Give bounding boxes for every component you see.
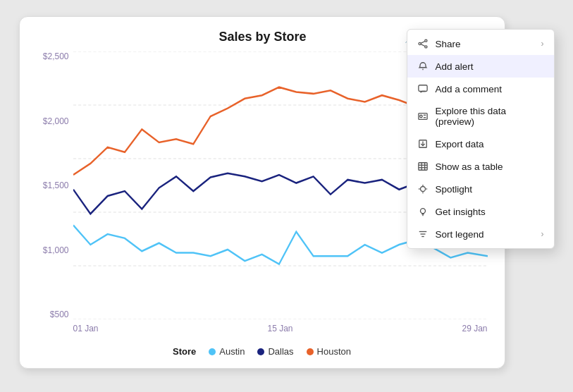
- menu-insights-label: Get insights: [436, 207, 486, 217]
- spotlight-icon: [417, 183, 429, 195]
- share-icon: [417, 38, 429, 49]
- menu-item-explore-data[interactable]: Explore this data (preview): [407, 100, 554, 133]
- svg-point-7: [419, 42, 421, 44]
- svg-point-24: [420, 187, 425, 192]
- svg-point-14: [419, 115, 422, 118]
- table-icon: [417, 161, 429, 172]
- austin-dot: [209, 348, 216, 355]
- menu-export-label: Export data: [436, 139, 484, 149]
- y-label-1500: $1,500: [43, 180, 69, 190]
- svg-point-6: [424, 39, 426, 42]
- svg-line-10: [421, 44, 425, 47]
- legend-dallas-label: Dallas: [268, 346, 293, 357]
- menu-item-show-table[interactable]: Show as a table: [407, 155, 554, 178]
- explore-icon: [417, 111, 429, 122]
- svg-rect-12: [418, 85, 426, 92]
- menu-show-table-label: Show as a table: [436, 161, 503, 172]
- sort-legend-chevron: ›: [541, 229, 544, 239]
- svg-rect-19: [418, 163, 426, 171]
- y-label-1000: $1,000: [43, 245, 69, 255]
- add-alert-icon: [417, 61, 429, 72]
- y-label-2000: $2,000: [43, 116, 69, 126]
- y-label-500: $500: [50, 310, 69, 319]
- menu-item-export-data[interactable]: Export data: [407, 133, 554, 155]
- houston-dot: [307, 348, 314, 355]
- svg-point-8: [424, 46, 426, 48]
- legend-dallas: Dallas: [257, 346, 293, 357]
- svg-point-29: [420, 209, 425, 214]
- menu-spotlight-label: Spotlight: [436, 184, 473, 195]
- export-icon: [417, 138, 429, 149]
- share-chevron: ›: [541, 39, 544, 49]
- dallas-dot: [257, 348, 264, 355]
- x-label-01jan: 01 Jan: [73, 324, 99, 333]
- legend-store-label: Store: [173, 346, 196, 357]
- x-label-29jan: 29 Jan: [462, 324, 487, 333]
- menu-sort-legend-label: Sort legend: [436, 229, 484, 240]
- menu-item-add-comment[interactable]: Add a comment: [407, 78, 554, 100]
- menu-item-spotlight[interactable]: Spotlight: [407, 178, 554, 200]
- chart-legend: Store Austin Dallas Houston: [37, 346, 488, 357]
- menu-add-alert-label: Add alert: [436, 61, 474, 72]
- menu-item-sort-legend[interactable]: Sort legend ›: [407, 223, 554, 245]
- legend-houston: Houston: [307, 346, 351, 357]
- menu-item-share[interactable]: Share ›: [407, 32, 554, 55]
- x-label-15jan: 15 Jan: [267, 324, 292, 333]
- context-menu: Share › Add alert Add a comment: [407, 29, 555, 249]
- menu-add-comment-label: Add a comment: [436, 84, 503, 94]
- comment-icon: [417, 83, 429, 94]
- chart-title: Sales by Store: [121, 30, 405, 44]
- menu-share-label: Share: [436, 39, 461, 49]
- sort-icon: [417, 228, 429, 240]
- x-axis: 01 Jan 15 Jan 29 Jan: [73, 321, 488, 341]
- y-axis: $2,500 $2,000 $1,500 $1,000 $500: [37, 51, 73, 319]
- legend-houston-label: Houston: [317, 346, 351, 357]
- y-label-2500: $2,500: [43, 51, 69, 61]
- legend-austin: Austin: [209, 346, 245, 357]
- svg-line-9: [421, 42, 425, 44]
- legend-austin-label: Austin: [219, 346, 245, 357]
- menu-item-get-insights[interactable]: Get insights: [407, 200, 554, 223]
- menu-item-add-alert[interactable]: Add alert: [407, 55, 554, 78]
- menu-explore-label: Explore this data (preview): [436, 106, 544, 127]
- insights-icon: [417, 206, 429, 217]
